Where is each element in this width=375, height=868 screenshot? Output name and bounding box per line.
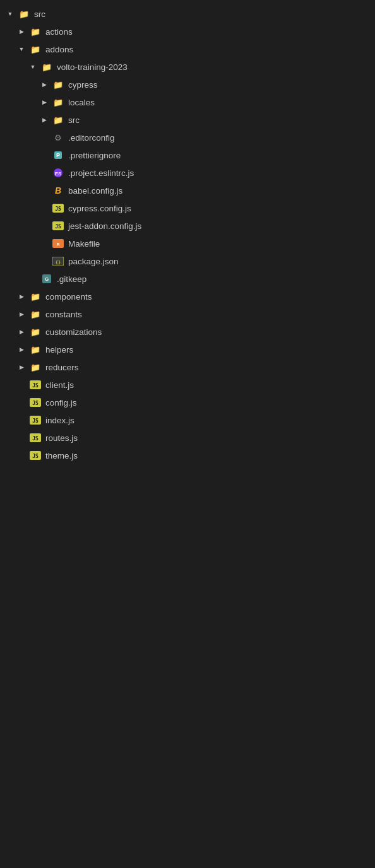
file-label: .gitkeep (57, 274, 86, 284)
chevron-right-icon (16, 309, 27, 319)
file-label: helpers (45, 345, 73, 355)
chevron-right-icon (16, 26, 27, 37)
tree-item-gitkeep[interactable]: G .gitkeep (0, 270, 375, 288)
tree-item-index-js[interactable]: JS index.js (0, 411, 375, 429)
tree-item-helpers[interactable]: 📁 helpers (0, 341, 375, 358)
tree-item-customizations[interactable]: 📁 customizations (0, 323, 375, 341)
js-icon: JS (52, 202, 64, 214)
eslint-icon: ES (52, 167, 64, 179)
tree-item-src-nested[interactable]: 📁 src (0, 111, 375, 129)
tree-item-reducers[interactable]: 📁 reducers (0, 358, 375, 376)
tree-item-addons[interactable]: 📁 addons (0, 40, 375, 58)
chevron-right-icon (16, 362, 27, 372)
chevron-right-icon (16, 344, 27, 355)
folder-icon: 📁 (29, 308, 42, 320)
folder-icon: 📁 (18, 8, 30, 20)
js-icon: JS (29, 431, 42, 444)
svg-text:JS: JS (32, 383, 39, 389)
folder-icon: 📁 (52, 78, 64, 91)
tree-item-jest-addon-config[interactable]: JS jest-addon.config.js (0, 217, 375, 235)
tree-item-makefile[interactable]: M Makefile (0, 235, 375, 252)
svg-text:ES: ES (55, 171, 62, 177)
file-label: actions (45, 27, 73, 37)
tree-item-components[interactable]: 📁 components (0, 288, 375, 305)
file-label: .project.eslintrc.js (68, 168, 134, 178)
file-label: routes.js (45, 433, 78, 443)
prettier-icon: P (52, 149, 64, 161)
folder-icon: 📁 (29, 343, 42, 356)
tree-item-package-json[interactable]: {} package.json (0, 252, 375, 270)
file-label: client.js (45, 380, 74, 390)
file-label: constants (45, 310, 82, 319)
tree-item-constants[interactable]: 📁 constants (0, 305, 375, 323)
tree-item-theme-js[interactable]: JS theme.js (0, 447, 375, 464)
file-label: volto-training-2023 (57, 62, 128, 72)
file-label: src (34, 9, 45, 19)
tree-item-src-root[interactable]: 📁 src (0, 5, 375, 23)
chevron-right-icon (39, 79, 49, 90)
file-label: src (68, 115, 80, 125)
folder-icon: 📁 (29, 290, 42, 303)
tree-item-eslintrc[interactable]: ES .project.eslintrc.js (0, 164, 375, 182)
tree-item-actions[interactable]: 📁 actions (0, 23, 375, 40)
svg-text:JS: JS (32, 436, 39, 442)
file-label: customizations (45, 327, 102, 337)
tree-item-editorconfig[interactable]: ⚙ .editorconfig (0, 129, 375, 146)
file-label: .prettierignore (68, 151, 121, 160)
chevron-right-icon (16, 327, 27, 337)
file-label: cypress.config.js (68, 204, 131, 213)
folder-icon: 📁 (40, 61, 53, 73)
tree-item-cypress-config[interactable]: JS cypress.config.js (0, 199, 375, 217)
file-label: theme.js (45, 451, 78, 460)
chevron-down-icon (16, 44, 27, 54)
chevron-right-icon (39, 115, 49, 125)
js-icon: JS (29, 396, 42, 409)
chevron-right-icon (39, 97, 49, 107)
js-icon: JS (29, 414, 42, 426)
file-label: Makefile (68, 239, 100, 249)
svg-text:JS: JS (32, 401, 39, 406)
tree-item-babel-config[interactable]: B babel.config.js (0, 182, 375, 199)
file-label: config.js (45, 398, 77, 408)
folder-icon: 📁 (29, 43, 42, 56)
file-label: components (45, 292, 92, 302)
tree-item-routes-js[interactable]: JS routes.js (0, 429, 375, 447)
folder-icon: 📁 (29, 326, 42, 338)
folder-icon: 📁 (29, 25, 42, 38)
tree-item-client-js[interactable]: JS client.js (0, 376, 375, 394)
file-label: index.js (45, 416, 74, 425)
folder-icon: 📁 (29, 361, 42, 373)
file-tree: 📁 src 📁 actions 📁 addons 📁 volto-trainin… (0, 0, 375, 469)
gitkeep-icon: G (40, 273, 53, 285)
svg-text:G: G (45, 276, 49, 282)
js-icon: JS (29, 449, 42, 462)
js-icon: JS (52, 220, 64, 232)
gear-icon: ⚙ (52, 131, 64, 144)
tree-item-prettierignore[interactable]: P .prettierignore (0, 146, 375, 164)
file-label: .editorconfig (68, 133, 115, 143)
tree-item-volto-training-2023[interactable]: 📁 volto-training-2023 (0, 58, 375, 76)
svg-text:JS: JS (55, 206, 61, 212)
file-label: locales (68, 98, 95, 107)
folder-icon: 📁 (52, 114, 64, 126)
svg-text:M: M (57, 242, 59, 247)
file-label: addons (45, 45, 73, 54)
babel-icon: B (52, 184, 64, 197)
svg-text:JS: JS (32, 418, 39, 424)
tree-item-cypress[interactable]: 📁 cypress (0, 76, 375, 93)
tree-item-config-js[interactable]: JS config.js (0, 394, 375, 411)
svg-text:{}: {} (56, 260, 61, 265)
json-icon: {} (52, 255, 64, 267)
folder-icon: 📁 (52, 96, 64, 108)
file-label: babel.config.js (68, 186, 122, 196)
file-label: package.json (68, 257, 119, 266)
tree-item-locales[interactable]: 📁 locales (0, 93, 375, 111)
makefile-icon: M (52, 237, 64, 250)
js-icon: JS (29, 378, 42, 391)
chevron-down-icon (5, 9, 15, 19)
svg-text:JS: JS (32, 454, 39, 459)
chevron-down-icon (28, 62, 38, 72)
svg-text:P: P (56, 152, 60, 158)
svg-text:JS: JS (55, 224, 61, 230)
chevron-right-icon (16, 291, 27, 302)
